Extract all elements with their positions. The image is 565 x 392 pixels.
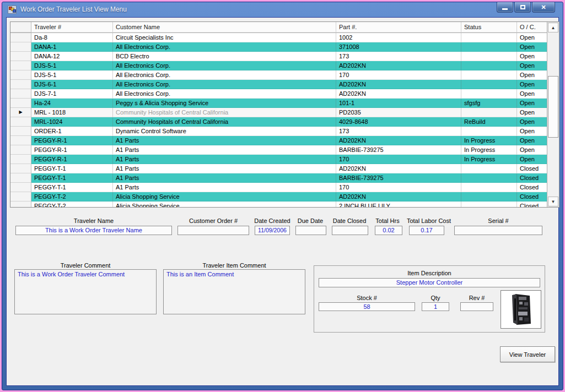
customer-order-field[interactable] xyxy=(177,226,249,235)
table-row[interactable]: PEGGY-T-1A1 Parts170Closed xyxy=(10,183,547,192)
row-header-cell[interactable] xyxy=(10,89,31,99)
cell[interactable]: In Progress xyxy=(461,145,517,155)
cell[interactable]: PEGGY-R-1 xyxy=(31,155,113,164)
table-row[interactable]: DANA-12BCD Electro173Open xyxy=(10,52,547,61)
cell[interactable]: Dynamic Control Software xyxy=(113,127,336,136)
cell[interactable]: A1 Parts xyxy=(113,164,336,173)
cell[interactable]: Open xyxy=(517,61,547,70)
cell[interactable]: All Electronics Corp. xyxy=(113,61,336,70)
cell[interactable]: 371008 xyxy=(336,42,461,52)
view-traveler-button[interactable]: View Traveler xyxy=(500,346,555,362)
cell[interactable]: In Progress xyxy=(461,155,517,164)
cell[interactable]: 101-1 xyxy=(336,99,461,108)
cell[interactable] xyxy=(461,202,517,208)
cell[interactable]: 170 xyxy=(336,183,461,192)
cell[interactable]: All Electronics Corp. xyxy=(113,89,336,99)
cell[interactable] xyxy=(461,52,517,61)
cell[interactable]: Circuit Specialists Inc xyxy=(113,33,336,42)
cell[interactable]: ORDER-1 xyxy=(31,127,113,136)
cell[interactable]: AD202KN xyxy=(336,192,461,202)
cell[interactable]: Open xyxy=(517,136,547,145)
row-header-cell[interactable] xyxy=(10,127,31,136)
cell[interactable] xyxy=(461,33,517,42)
cell[interactable]: A1 Parts xyxy=(113,183,336,192)
cell[interactable]: AD202KN xyxy=(336,80,461,89)
rev-field[interactable] xyxy=(460,302,493,311)
cell[interactable]: PEGGY-R-1 xyxy=(31,145,113,155)
table-row[interactable]: Da-8Circuit Specialists Inc1002Open xyxy=(10,33,547,42)
cell[interactable]: A1 Parts xyxy=(113,155,336,164)
cell[interactable]: 1002 xyxy=(336,33,461,42)
qty-field[interactable]: 1 xyxy=(422,302,449,311)
cell[interactable]: Open xyxy=(517,89,547,99)
cell[interactable]: All Electronics Corp. xyxy=(113,70,336,80)
cell[interactable] xyxy=(461,183,517,192)
cell[interactable]: All Electronics Corp. xyxy=(113,42,336,52)
row-selector-arrow-icon[interactable]: ▶ xyxy=(10,108,31,117)
cell[interactable]: Da-8 xyxy=(31,33,113,42)
column-header-oc[interactable]: O / C. xyxy=(517,22,547,32)
cell[interactable]: AD202KN xyxy=(336,164,461,173)
cell[interactable]: AD202KN xyxy=(336,89,461,99)
date-created-field[interactable]: 11/09/2006 xyxy=(255,226,290,235)
scroll-down-button[interactable]: ▼ xyxy=(548,197,558,206)
traveler-name-field[interactable]: This is a Work Order Traveler Name xyxy=(15,226,172,235)
cell[interactable] xyxy=(461,42,517,52)
cell[interactable]: DJS-5-1 xyxy=(31,70,113,80)
row-header-cell[interactable] xyxy=(10,145,31,155)
table-row[interactable]: PEGGY-T-2Alicia Shopping Service2 INCH B… xyxy=(10,202,547,208)
cell[interactable]: PEGGY-R-1 xyxy=(31,136,113,145)
cell[interactable]: Open xyxy=(517,80,547,89)
cell[interactable] xyxy=(461,61,517,70)
minimize-button[interactable] xyxy=(497,2,513,13)
close-button[interactable]: ✕ xyxy=(532,2,555,13)
title-bar[interactable]: Work Order Traveler List View Menu ✕ xyxy=(2,2,563,17)
cell[interactable]: A1 Parts xyxy=(113,136,336,145)
cell[interactable]: 173 xyxy=(336,127,461,136)
cell[interactable]: Open xyxy=(517,70,547,80)
cell[interactable]: PEGGY-T-2 xyxy=(31,192,113,202)
item-description-field[interactable]: Stepper Motor Controller xyxy=(319,278,540,287)
table-row[interactable]: ▶MRL - 1018Community Hospitals of Centra… xyxy=(10,108,547,117)
table-row[interactable]: Ha-24Peggy s & Alicia Shopping Service10… xyxy=(10,99,547,108)
row-header-cell[interactable] xyxy=(10,136,31,145)
cell[interactable] xyxy=(461,127,517,136)
row-header-cell[interactable] xyxy=(10,173,31,183)
table-row[interactable]: DJS-7-1All Electronics Corp.AD202KNOpen xyxy=(10,89,547,99)
cell[interactable]: 173 xyxy=(336,52,461,61)
cell[interactable]: 170 xyxy=(336,155,461,164)
due-date-field[interactable] xyxy=(295,226,326,235)
cell[interactable]: BARBIE-739275 xyxy=(336,173,461,183)
cell[interactable]: 2 INCH BLUE LILY xyxy=(336,202,461,208)
cell[interactable] xyxy=(461,80,517,89)
traveler-comment-field[interactable]: This is a Work Order Traveler Comment xyxy=(14,269,157,314)
table-row[interactable]: PEGGY-R-1A1 PartsBARBIE-739275In Progres… xyxy=(10,145,547,155)
date-closed-field[interactable] xyxy=(332,226,368,235)
cell[interactable]: BARBIE-739275 xyxy=(336,145,461,155)
cell[interactable]: MRL-1024 xyxy=(31,117,113,127)
cell[interactable]: DJS-6-1 xyxy=(31,80,113,89)
cell[interactable]: sfgsfg xyxy=(461,99,517,108)
cell[interactable]: DJS-7-1 xyxy=(31,89,113,99)
cell[interactable]: Open xyxy=(517,127,547,136)
column-header-traveler[interactable]: Traveler # xyxy=(31,22,113,32)
cell[interactable] xyxy=(461,70,517,80)
cell[interactable] xyxy=(461,173,517,183)
table-row[interactable]: PEGGY-T-1A1 PartsAD202KNClosed xyxy=(10,164,547,173)
table-row[interactable]: DANA-1All Electronics Corp.371008Open xyxy=(10,42,547,52)
table-row[interactable]: PEGGY-T-2Alicia Shopping ServiceAD202KNC… xyxy=(10,192,547,202)
total-labor-cost-field[interactable]: 0.17 xyxy=(409,226,444,235)
cell[interactable] xyxy=(461,164,517,173)
cell[interactable]: Open xyxy=(517,145,547,155)
cell[interactable]: Open xyxy=(517,99,547,108)
cell[interactable]: Community Hospitals of Central Californi… xyxy=(113,117,336,127)
cell[interactable]: Community Hospitals of Central Californi… xyxy=(113,108,336,117)
cell[interactable]: DJS-5-1 xyxy=(31,61,113,70)
cell[interactable]: AD202KN xyxy=(336,136,461,145)
row-header-cell[interactable] xyxy=(10,80,31,89)
cell[interactable]: Closed xyxy=(517,183,547,192)
cell[interactable] xyxy=(461,192,517,202)
cell[interactable]: A1 Parts xyxy=(113,145,336,155)
row-header-cell[interactable] xyxy=(10,42,31,52)
cell[interactable]: 170 xyxy=(336,70,461,80)
